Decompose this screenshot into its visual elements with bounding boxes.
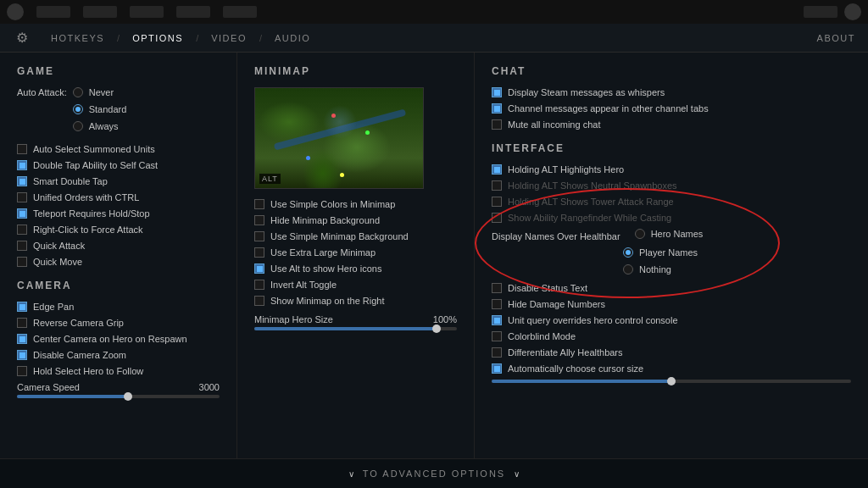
option-simple-bg: Use Simple Minimap Background xyxy=(254,231,457,241)
sim-right-item xyxy=(804,6,837,18)
nav-about[interactable]: ABOUT xyxy=(817,33,855,43)
checkbox-alt-spawnboxes[interactable] xyxy=(492,180,502,191)
checkbox-right-click[interactable] xyxy=(17,225,27,235)
nav-audio[interactable]: AUDIO xyxy=(268,33,317,43)
radio-hero-names: Hero Names xyxy=(635,229,704,239)
label-quick-attack: Quick Attack xyxy=(33,241,85,251)
camera-section-title: CAMERA xyxy=(17,280,220,291)
checkbox-hold-select[interactable] xyxy=(17,366,27,376)
option-auto-select: Auto Select Summoned Units xyxy=(17,144,220,154)
sim-item-5 xyxy=(223,6,257,18)
checkbox-quick-attack[interactable] xyxy=(17,241,27,251)
checkbox-colorblind[interactable] xyxy=(492,331,502,341)
auto-attack-always-radio[interactable] xyxy=(73,121,83,131)
label-alt-highlights: Holding ALT Highlights Hero xyxy=(508,164,624,175)
option-disable-zoom: Disable Camera Zoom xyxy=(17,350,220,360)
checkbox-minimap-right[interactable] xyxy=(254,296,264,306)
col-mid: MINIMAP ALT Use Simple Colors in Minimap… xyxy=(237,53,475,458)
cursor-size-container xyxy=(492,380,851,383)
option-unit-query: Unit query overrides hero control consol… xyxy=(492,315,851,325)
checkbox-hide-damage[interactable] xyxy=(492,299,502,309)
gear-icon[interactable]: ⚙ xyxy=(13,29,31,47)
cursor-size-thumb[interactable] xyxy=(667,377,676,385)
auto-attack-label: Auto Attack: xyxy=(17,87,67,97)
checkbox-differentiate-ally[interactable] xyxy=(492,347,502,358)
auto-attack-never-label: Never xyxy=(89,87,114,97)
label-edge-pan: Edge Pan xyxy=(33,302,74,312)
sim-item-3 xyxy=(130,6,164,18)
sim-right xyxy=(804,3,861,20)
nav-hotkeys[interactable]: HOTKEYS xyxy=(44,33,111,43)
hero-size-label: Minimap Hero Size xyxy=(254,314,333,324)
checkbox-simple-bg[interactable] xyxy=(254,231,264,241)
checkbox-hide-bg[interactable] xyxy=(254,215,264,225)
auto-attack-never-radio[interactable] xyxy=(73,87,83,97)
label-unified-orders: Unified Orders with CTRL xyxy=(33,192,139,202)
checkbox-alt-highlights[interactable] xyxy=(492,164,502,175)
camera-speed-label-row: Camera Speed 3000 xyxy=(17,382,220,392)
checkbox-smart-double[interactable] xyxy=(17,176,27,186)
checkbox-alt-hero-icons[interactable] xyxy=(254,263,264,274)
label-rangefinder: Show Ability Rangefinder While Casting xyxy=(508,213,671,223)
checkbox-invert-alt[interactable] xyxy=(254,280,264,290)
radio-player-names-label: Player Names xyxy=(639,247,698,258)
label-auto-select: Auto Select Summoned Units xyxy=(33,144,155,154)
checkbox-rangefinder[interactable] xyxy=(492,213,502,223)
checkbox-edge-pan[interactable] xyxy=(17,302,27,312)
game-section-title: GAME xyxy=(17,65,220,77)
option-simple-colors: Use Simple Colors in Minimap xyxy=(254,199,457,209)
checkbox-disable-status[interactable] xyxy=(492,283,502,293)
minimap-section-title: MINIMAP xyxy=(254,65,457,77)
label-alt-hero-icons: Use Alt to show Hero icons xyxy=(270,263,381,274)
camera-speed-thumb[interactable] xyxy=(124,392,132,401)
checkbox-mute-chat[interactable] xyxy=(492,119,502,130)
label-disable-status: Disable Status Text xyxy=(508,283,587,293)
checkbox-disable-zoom[interactable] xyxy=(17,350,27,360)
checkbox-extra-large[interactable] xyxy=(254,247,264,258)
label-simple-bg: Use Simple Minimap Background xyxy=(270,231,409,241)
checkbox-quick-move[interactable] xyxy=(17,257,27,267)
checkbox-alt-tower[interactable] xyxy=(492,197,502,207)
hero-size-thumb[interactable] xyxy=(432,324,441,333)
map-dot-3 xyxy=(365,130,370,135)
checkbox-teleport[interactable] xyxy=(17,208,27,219)
camera-speed-track[interactable] xyxy=(17,395,220,398)
checkbox-double-tap[interactable] xyxy=(17,160,27,170)
cursor-size-track[interactable] xyxy=(492,380,851,383)
option-alt-hero-icons: Use Alt to show Hero icons xyxy=(254,263,457,274)
auto-attack-standard-label: Standard xyxy=(89,104,127,114)
avatar xyxy=(7,3,24,20)
label-cursor-size: Automatically choose cursor size xyxy=(508,363,643,374)
label-disable-zoom: Disable Camera Zoom xyxy=(33,350,126,360)
checkbox-steam-whispers[interactable] xyxy=(492,87,502,97)
hero-size-container: Minimap Hero Size 100% xyxy=(254,314,457,330)
label-unit-query: Unit query overrides hero control consol… xyxy=(508,315,678,325)
radio-player-names-btn[interactable] xyxy=(623,247,633,258)
checkbox-auto-select[interactable] xyxy=(17,144,27,154)
option-double-tap: Double Tap Ability to Self Cast xyxy=(17,160,220,170)
advanced-options-button[interactable]: TO ADVANCED OPTIONS xyxy=(363,469,505,479)
auto-attack-standard-radio[interactable] xyxy=(73,104,83,114)
checkbox-cursor-size[interactable] xyxy=(492,363,502,374)
radio-hero-names-btn[interactable] xyxy=(635,229,645,239)
radio-player-names: Player Names xyxy=(623,247,851,258)
checkbox-reverse-camera[interactable] xyxy=(17,318,27,328)
nav-video[interactable]: VIDEO xyxy=(204,33,253,43)
radio-nothing-btn[interactable] xyxy=(623,264,633,274)
hero-size-label-row: Minimap Hero Size 100% xyxy=(254,314,457,324)
hero-size-track[interactable] xyxy=(254,327,457,330)
label-hide-bg: Hide Minimap Background xyxy=(270,215,380,225)
checkbox-unit-query[interactable] xyxy=(492,315,502,325)
checkbox-channel-msgs[interactable] xyxy=(492,103,502,114)
nav-options[interactable]: OPTIONS xyxy=(125,33,190,43)
checkbox-simple-colors[interactable] xyxy=(254,199,264,209)
option-channel-msgs: Channel messages appear in other channel… xyxy=(492,103,851,114)
option-mute-chat: Mute all incoming chat xyxy=(492,119,851,130)
option-unified-orders: Unified Orders with CTRL xyxy=(17,192,220,202)
option-quick-move: Quick Move xyxy=(17,257,220,267)
checkbox-center-camera[interactable] xyxy=(17,334,27,344)
option-differentiate-ally: Differentiate Ally Healthbars xyxy=(492,347,851,358)
checkbox-unified-orders[interactable] xyxy=(17,192,27,202)
auto-attack-always-row: Always xyxy=(73,121,127,131)
label-invert-alt: Invert Alt Toggle xyxy=(270,280,337,290)
